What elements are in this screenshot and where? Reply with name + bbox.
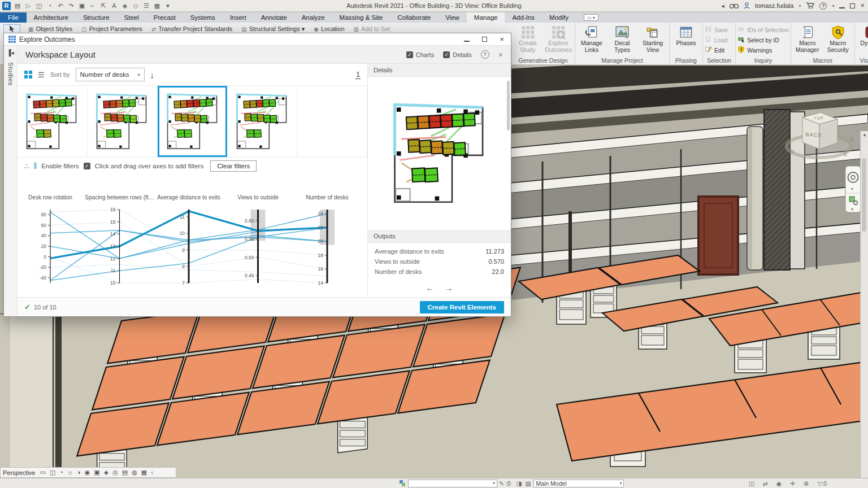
page-number[interactable]: 1	[355, 71, 361, 79]
ribbon-item-location[interactable]: ◉Location	[314, 25, 344, 33]
worksets-icon[interactable]	[399, 480, 406, 487]
tab-architecture[interactable]: Architecture	[27, 12, 76, 23]
studies-rail[interactable]: ▐◂ Studies	[4, 46, 18, 316]
dialog-close-button[interactable]: ×	[500, 37, 504, 42]
tab-file[interactable]: File	[0, 12, 27, 23]
ribbon-button-starting-view[interactable]: StartingView	[638, 23, 667, 54]
link-icon[interactable]: ▧	[526, 480, 531, 487]
dialog-minimize-button[interactable]	[464, 37, 470, 42]
ribbon-item-structural-settings-[interactable]: ▤Structural Settings ▾	[241, 25, 305, 33]
wheel-caret-icon[interactable]: ▾	[851, 186, 853, 191]
visual-style-icon[interactable]: ◔	[59, 469, 63, 476]
worksharing-display-icon[interactable]: ◫	[749, 480, 754, 487]
vertical-scrollbar[interactable]: ▲ ▼	[860, 131, 868, 488]
active-workset-select[interactable]: ▾	[408, 480, 497, 487]
save-icon[interactable]: ◫	[35, 2, 43, 10]
signed-in-user[interactable]: tomasz.fudala	[755, 2, 793, 9]
redo-icon[interactable]: ↷	[67, 2, 75, 10]
filter-icon[interactable]: ▽:0	[817, 480, 827, 487]
dialog-maximize-button[interactable]	[482, 37, 487, 42]
ribbon-button-edit[interactable]: Edit	[705, 45, 724, 55]
collapse-icon[interactable]: ‹	[151, 469, 153, 476]
view-cube-back-face[interactable]: BACK	[805, 131, 823, 138]
charts-checkbox[interactable]: ✓	[406, 51, 413, 58]
list-view-icon[interactable]: ☰	[38, 71, 45, 79]
sort-direction-icon[interactable]: ↓	[150, 70, 155, 80]
sun-path-icon[interactable]: ☼	[67, 469, 73, 476]
tab-precast[interactable]: Precast	[146, 12, 183, 23]
grid-view-icon[interactable]	[24, 71, 32, 79]
tab-massing-site[interactable]: Massing & Site	[332, 12, 390, 23]
outcome-thumbnail-1[interactable]	[18, 86, 88, 157]
ribbon-item-transfer-project-standards[interactable]: ⇄Transfer Project Standards	[151, 25, 232, 33]
select-links-icon[interactable]: ⚙	[804, 480, 809, 487]
tab-view[interactable]: View	[438, 12, 467, 23]
ribbon-display-toggle[interactable]: ▭ ▾	[584, 14, 598, 21]
design-options-icon[interactable]: ⇄	[763, 480, 768, 487]
reveal-hidden-icon[interactable]: ◍	[132, 469, 137, 476]
search-collapse-icon[interactable]: ◂	[721, 2, 724, 10]
search-binoculars-icon[interactable]	[730, 3, 739, 9]
charts-toggle[interactable]: ✓Charts	[406, 51, 434, 58]
create-revit-elements-button[interactable]: Create Revit Elements	[420, 301, 504, 313]
tab-structure[interactable]: Structure	[76, 12, 117, 23]
thin-lines-icon[interactable]: ☰	[142, 2, 150, 10]
zoom-icon[interactable]	[849, 197, 854, 202]
sort-by-select[interactable]: Number of desks▾	[76, 68, 145, 81]
ribbon-item-project-parameters[interactable]: ◫Project Parameters	[81, 25, 142, 33]
ribbon-item-object-styles[interactable]: ▦Object Styles	[28, 25, 72, 33]
crop-view-icon[interactable]: ▣	[94, 469, 99, 476]
ribbon-button-phases[interactable]: Phases	[671, 23, 701, 47]
print-icon[interactable]: ▣	[78, 2, 86, 10]
details-checkbox[interactable]: ✓	[443, 51, 450, 58]
tab-steel[interactable]: Steel	[117, 12, 146, 23]
exclude-options-icon[interactable]: ◉	[776, 480, 782, 487]
details-scrollbar-thumb[interactable]	[507, 81, 510, 130]
ribbon-button-macro-manager[interactable]: MacroManager	[793, 23, 822, 54]
ribbon-button-manage-links[interactable]: ManageLinks	[577, 23, 606, 54]
outcome-thumbnail-3-selected[interactable]	[158, 86, 228, 157]
properties-toggle-icon[interactable]: ◨	[517, 480, 522, 487]
tab-modify[interactable]: Modify	[542, 12, 576, 23]
file-small-icon[interactable]: ▤	[14, 2, 21, 10]
previous-outcome-button[interactable]: ←	[426, 283, 435, 293]
help-icon[interactable]: ?	[819, 2, 827, 10]
section-icon[interactable]: ◇	[132, 2, 140, 10]
undo-icon[interactable]: ↶	[57, 2, 64, 10]
tab-systems[interactable]: Systems	[183, 12, 223, 23]
clear-filters-button[interactable]: Clear filters	[210, 160, 257, 172]
sync-icon[interactable]: ◔	[46, 2, 54, 9]
measure-icon[interactable]: ⌐	[89, 2, 97, 9]
scatter-chart-icon[interactable]: ∴	[24, 162, 29, 171]
tab-annotate[interactable]: Annotate	[254, 12, 294, 23]
tab-collaborate[interactable]: Collaborate	[390, 12, 438, 23]
dialog-title-bar[interactable]: Explore Outcomes ×	[4, 33, 511, 46]
press-drag-icon[interactable]: ✛	[790, 480, 795, 487]
lock-3d-icon[interactable]: ◎	[112, 469, 118, 476]
scroll-up-icon[interactable]: ▲	[861, 131, 868, 139]
tab-manage[interactable]: Manage	[467, 12, 505, 23]
ribbon-button-decal-types[interactable]: DecalTypes	[607, 23, 637, 54]
design-option-select[interactable]: Main Model▾	[533, 480, 624, 487]
ribbon-button-dynamo[interactable]: Dynamo	[857, 23, 868, 47]
next-outcome-button[interactable]: →	[445, 283, 453, 293]
tab-add-ins[interactable]: Add-Ins	[505, 12, 542, 23]
ribbon-button-select-by-id[interactable]: Select by ID	[737, 35, 779, 45]
study-close-icon[interactable]: ×	[498, 50, 503, 59]
window-minimize-button[interactable]	[839, 3, 845, 8]
parallel-coordinates-chart[interactable]: Desk row rotation806040200-20-40Spacing …	[18, 175, 367, 297]
dimension-icon[interactable]: ⇱	[99, 2, 107, 10]
shadows-icon[interactable]: ◑	[77, 469, 81, 476]
ribbon-button-warnings[interactable]: Warnings	[737, 45, 772, 55]
crop-region-icon[interactable]: ◈	[104, 469, 108, 476]
ribbon-button-macro-security[interactable]: MacroSecurity	[823, 23, 853, 54]
open-icon[interactable]: ▷	[24, 2, 32, 10]
details-toggle[interactable]: ✓Details	[443, 51, 472, 58]
tab-insert[interactable]: Insert	[223, 12, 254, 23]
customize-icon[interactable]: ▾	[164, 2, 172, 10]
outcome-thumbnail-2[interactable]	[88, 86, 158, 157]
navigation-bar[interactable]: ▾ ▾	[845, 166, 861, 212]
outcome-thumbnail-4[interactable]	[227, 86, 297, 157]
view-cube-top-face[interactable]: TOP	[814, 116, 824, 120]
user-avatar-icon[interactable]	[744, 2, 750, 9]
